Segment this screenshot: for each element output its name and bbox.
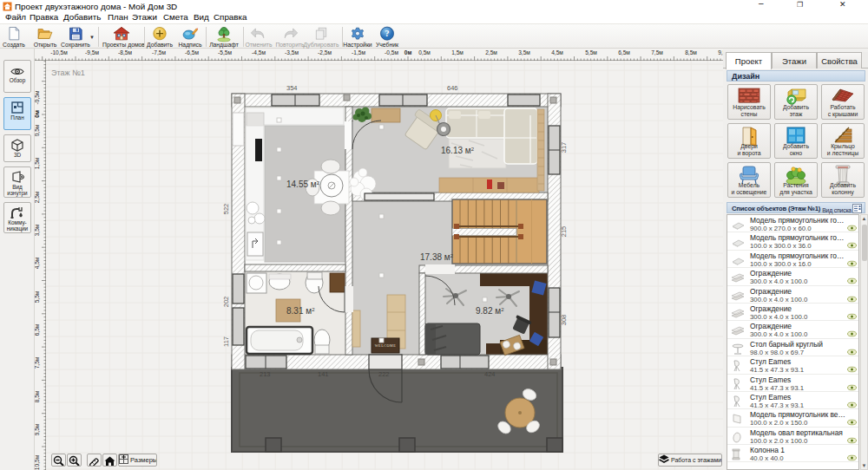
svg-text:213: 213 xyxy=(260,370,271,378)
svg-text:16.13 м2: 16.13 м2 xyxy=(441,146,475,155)
svg-text:646: 646 xyxy=(447,84,458,92)
svg-text:141: 141 xyxy=(318,370,329,378)
svg-text:317: 317 xyxy=(560,142,568,153)
svg-text:17.38 м2: 17.38 м2 xyxy=(420,252,454,262)
svg-text:222: 222 xyxy=(378,370,390,378)
svg-text:9.82 м2: 9.82 м2 xyxy=(476,306,504,316)
svg-text:354: 354 xyxy=(286,84,298,92)
svg-text:308: 308 xyxy=(560,315,568,326)
svg-text:215: 215 xyxy=(560,226,568,238)
svg-text:8.31 м2: 8.31 м2 xyxy=(286,306,315,316)
svg-text:WELCOME: WELCOME xyxy=(375,343,397,348)
svg-text:?: ? xyxy=(385,29,389,38)
svg-text:424: 424 xyxy=(484,370,496,378)
svg-text:522: 522 xyxy=(222,204,230,215)
svg-text:14.55 м2: 14.55 м2 xyxy=(286,180,320,189)
svg-text:202: 202 xyxy=(222,297,230,308)
svg-text:117: 117 xyxy=(222,336,230,347)
